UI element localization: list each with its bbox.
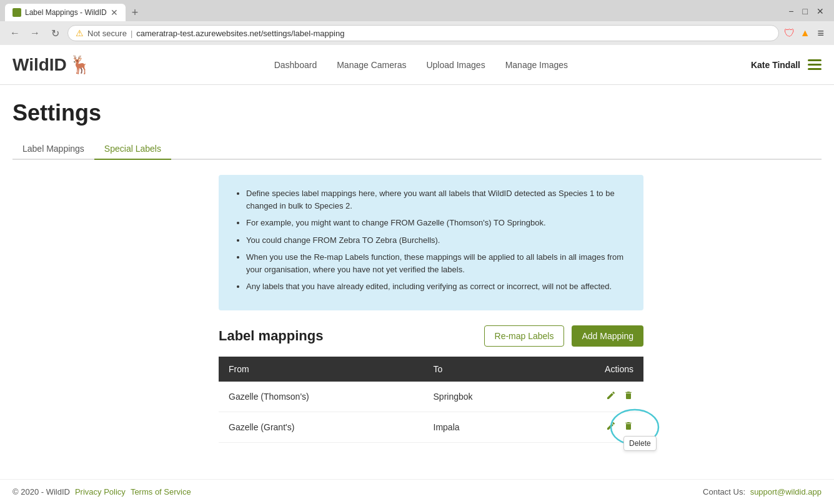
info-bullet-3: You could change FROM Zebra TO Zebra (Bu… bbox=[246, 234, 628, 247]
logo-text: WildID bbox=[12, 55, 67, 75]
col-actions: Actions bbox=[544, 357, 643, 382]
col-to: To bbox=[424, 357, 545, 382]
settings-tabs: Label Mappings Special Labels bbox=[12, 139, 822, 160]
delete-button-row1[interactable] bbox=[623, 390, 633, 403]
tab-label-mappings[interactable]: Label Mappings bbox=[12, 139, 94, 160]
tab-favicon bbox=[12, 8, 21, 17]
mappings-table: From To Actions Gazelle (Thomson's) Spri… bbox=[219, 357, 643, 443]
brave-shield-icon: 🛡 bbox=[784, 27, 795, 40]
address-bar[interactable]: ⚠ Not secure | cameratrap-test.azurewebs… bbox=[67, 25, 779, 41]
section-title: Label mappings bbox=[219, 328, 323, 344]
edit-button-row2[interactable] bbox=[606, 421, 616, 433]
action-icons-row1 bbox=[554, 390, 633, 403]
header-user-area: Kate Tindall bbox=[751, 59, 822, 70]
url-text: cameratrap-test.azurewebsites.net/settin… bbox=[136, 29, 344, 38]
refresh-button[interactable]: ↻ bbox=[47, 26, 62, 41]
delete-button-row2[interactable] bbox=[623, 421, 633, 433]
section-actions: Re-map Labels Add Mapping bbox=[484, 325, 643, 347]
nav-manage-cameras[interactable]: Manage Cameras bbox=[337, 60, 406, 70]
security-warning-text: Not secure bbox=[87, 29, 127, 38]
tab-close-button[interactable]: ✕ bbox=[111, 7, 118, 17]
table-header: From To Actions bbox=[219, 357, 643, 382]
logo-area[interactable]: WildID 🦌 bbox=[12, 54, 91, 75]
table-row: Gazelle (Grant's) Impala bbox=[219, 412, 643, 442]
info-bullet-2: For example, you might want to change FR… bbox=[246, 217, 628, 229]
browser-tab-bar: Label Mappings - WildID ✕ + − □ ✕ bbox=[0, 0, 834, 21]
back-button[interactable]: ← bbox=[7, 26, 22, 41]
remap-labels-button[interactable]: Re-map Labels bbox=[484, 325, 565, 347]
app-header: WildID 🦌 Dashboard Manage Cameras Upload… bbox=[0, 45, 834, 85]
table-row: Gazelle (Thomson's) Springbok bbox=[219, 382, 643, 412]
page-content: Settings Label Mappings Special Labels D… bbox=[0, 85, 834, 458]
col-from: From bbox=[219, 357, 424, 382]
row-actions bbox=[544, 382, 643, 412]
info-bullets: Define species label mappings here, wher… bbox=[234, 187, 628, 293]
nav-dashboard[interactable]: Dashboard bbox=[274, 60, 317, 70]
info-bullet-4: When you use the Re-map Labels function,… bbox=[246, 251, 628, 275]
to-value: Springbok bbox=[424, 382, 545, 412]
nav-manage-images[interactable]: Manage Images bbox=[505, 60, 568, 70]
browser-address-bar-row: ← → ↻ ⚠ Not secure | cameratrap-test.azu… bbox=[0, 21, 834, 45]
from-value: Gazelle (Grant's) bbox=[219, 412, 424, 442]
delete-wrapper-row2: Delete bbox=[623, 421, 633, 433]
label-mappings-section: Label mappings Re-map Labels Add Mapping… bbox=[219, 325, 643, 443]
browser-chrome: Label Mappings - WildID ✕ + − □ ✕ ← → ↻ … bbox=[0, 0, 834, 45]
forward-button[interactable]: → bbox=[27, 26, 42, 41]
tab-title: Label Mappings - WildID bbox=[25, 8, 107, 17]
window-maximize[interactable]: □ bbox=[803, 6, 808, 16]
row-actions: Delete bbox=[544, 412, 643, 442]
security-warning-icon: ⚠ bbox=[76, 28, 84, 38]
info-bullet-5: Any labels that you have already edited,… bbox=[246, 280, 628, 293]
window-close[interactable]: ✕ bbox=[817, 6, 824, 16]
info-bullet-1: Define species label mappings here, wher… bbox=[246, 187, 628, 212]
main-nav: Dashboard Manage Cameras Upload Images M… bbox=[274, 60, 568, 70]
browser-menu-button[interactable]: ≡ bbox=[815, 27, 827, 40]
section-header: Label mappings Re-map Labels Add Mapping bbox=[219, 325, 643, 347]
tab-special-labels[interactable]: Special Labels bbox=[94, 139, 171, 160]
brave-rewards-icon: ▲ bbox=[800, 27, 810, 39]
hamburger-menu[interactable] bbox=[808, 59, 822, 70]
from-value: Gazelle (Thomson's) bbox=[219, 382, 424, 412]
window-minimize[interactable]: − bbox=[788, 6, 793, 16]
delete-tooltip: Delete bbox=[623, 436, 657, 451]
username: Kate Tindall bbox=[751, 60, 800, 70]
nav-upload-images[interactable]: Upload Images bbox=[426, 60, 485, 70]
address-separator: | bbox=[131, 29, 132, 38]
active-browser-tab[interactable]: Label Mappings - WildID ✕ bbox=[5, 4, 126, 21]
new-tab-button[interactable]: + bbox=[128, 6, 142, 19]
page-title: Settings bbox=[12, 100, 822, 126]
table-body: Gazelle (Thomson's) Springbok bbox=[219, 382, 643, 443]
edit-button-row1[interactable] bbox=[606, 390, 616, 403]
add-mapping-button[interactable]: Add Mapping bbox=[572, 325, 643, 347]
info-box: Define species label mappings here, wher… bbox=[219, 175, 643, 310]
action-icons-row2: Delete bbox=[554, 421, 633, 433]
logo-icon: 🦌 bbox=[69, 54, 91, 75]
to-value: Impala bbox=[424, 412, 545, 442]
